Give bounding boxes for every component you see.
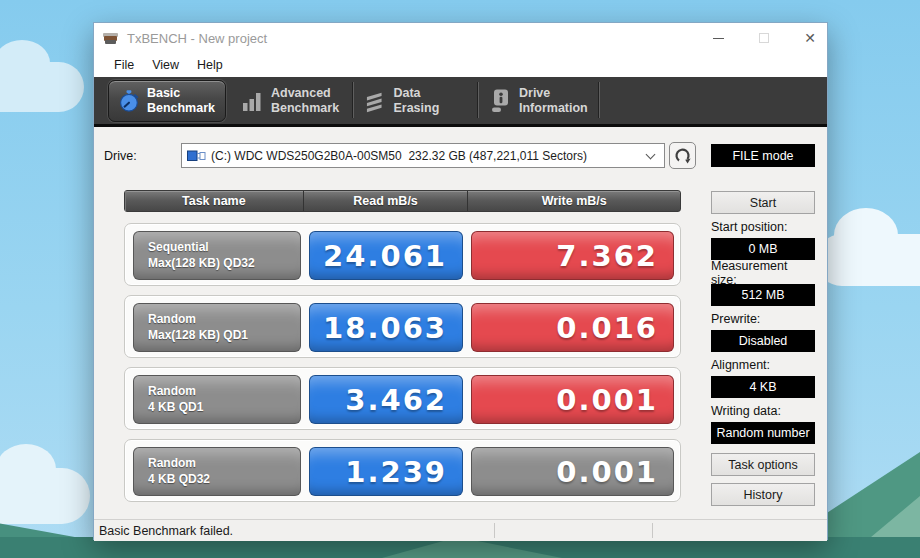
alignment-field[interactable]: 4 KB <box>711 376 815 398</box>
write-value: 7.362 <box>472 232 673 279</box>
task-name-line2: Max(128 KB) QD32 <box>148 256 300 272</box>
status-message: Basic Benchmark failed. <box>99 524 233 538</box>
write-result-cell: 0.001 <box>471 447 674 496</box>
measurement-size-field[interactable]: 512 MB <box>711 284 815 306</box>
refresh-drives-button[interactable] <box>669 142 696 169</box>
task-options-button[interactable]: Task options <box>711 453 815 476</box>
column-header-write: Write mB/s <box>468 191 680 211</box>
write-result-cell: 0.016 <box>471 303 674 352</box>
close-icon: ✕ <box>804 31 816 45</box>
tab-label-line1: Drive <box>519 86 588 101</box>
task-name-line1: Random <box>148 384 300 400</box>
tab-advanced-benchmark[interactable]: Advanced Benchmark <box>231 77 353 124</box>
tab-label-line1: Advanced <box>271 86 339 101</box>
bar-chart-icon <box>241 89 263 113</box>
stopwatch-icon <box>119 87 139 116</box>
close-button[interactable]: ✕ <box>799 27 821 49</box>
menu-file[interactable]: File <box>105 55 143 75</box>
read-result-cell: 3.462 <box>309 375 463 424</box>
task-name-line2: Max(128 KB) QD1 <box>148 328 300 344</box>
task-button[interactable]: Random 4 KB QD1 <box>133 375 301 424</box>
table-row: Random 4 KB QD1 3.462 0.001 <box>124 367 681 430</box>
tab-band: Basic Benchmark Advanced Benchmark <box>94 77 827 127</box>
tab-label-line2: Information <box>519 101 588 116</box>
write-value: 0.016 <box>472 304 673 351</box>
task-name-line2: 4 KB QD1 <box>148 400 300 416</box>
task-name-line2: 4 KB QD32 <box>148 472 300 488</box>
menu-help[interactable]: Help <box>188 55 232 75</box>
title-bar[interactable]: TxBENCH - New project ✕ <box>94 23 827 53</box>
tab-separator <box>599 82 600 118</box>
drive-info-icon <box>489 88 511 114</box>
writing-data-field[interactable]: Random number <box>711 422 815 444</box>
menu-bar: File View Help <box>94 53 827 77</box>
cloud <box>816 234 920 286</box>
cloud <box>0 62 84 112</box>
status-bar: Basic Benchmark failed. <box>94 519 827 541</box>
maximize-button[interactable] <box>753 27 775 49</box>
chevron-down-icon <box>646 149 656 159</box>
minimize-icon <box>713 38 724 39</box>
window-title: TxBENCH - New project <box>127 31 267 46</box>
prewrite-label: Prewrite: <box>711 311 815 327</box>
erase-squiggle-icon <box>364 89 385 113</box>
read-result-cell: 24.061 <box>309 231 463 280</box>
tab-label-line1: Basic <box>147 86 215 101</box>
table-row: Sequential Max(128 KB) QD32 24.061 7.362 <box>124 223 681 286</box>
client-area: Drive: (C:) WDC WDS250G2B0A-00SM50 232.3… <box>94 127 827 519</box>
table-row: Random 4 KB QD32 1.239 0.001 <box>124 439 681 502</box>
tab-data-erasing[interactable]: Data Erasing <box>354 77 478 124</box>
task-button[interactable]: Sequential Max(128 KB) QD32 <box>133 231 301 280</box>
task-button[interactable]: Random Max(128 KB) QD1 <box>133 303 301 352</box>
read-value: 24.061 <box>310 232 462 279</box>
file-mode-button[interactable]: FILE mode <box>711 144 815 167</box>
start-button[interactable]: Start <box>711 191 815 214</box>
history-button[interactable]: History <box>711 483 815 506</box>
alignment-label: Alignment: <box>711 357 815 373</box>
drive-icon <box>187 149 206 163</box>
drive-select-value: (C:) WDC WDS250G2B0A-00SM50 232.32 GB (4… <box>211 149 643 163</box>
column-header-task: Task name <box>125 191 304 211</box>
write-value: 0.001 <box>472 448 673 495</box>
app-icon <box>102 30 120 46</box>
drive-label: Drive: <box>104 149 137 163</box>
tab-drive-information[interactable]: Drive Information <box>479 77 599 124</box>
drive-select[interactable]: (C:) WDC WDS250G2B0A-00SM50 232.32 GB (4… <box>181 143 665 168</box>
app-window: TxBENCH - New project ✕ File View Help B… <box>93 22 828 540</box>
start-position-field[interactable]: 0 MB <box>711 238 815 260</box>
status-separator <box>652 523 653 538</box>
tab-basic-benchmark[interactable]: Basic Benchmark <box>108 80 226 122</box>
read-value: 3.462 <box>310 376 462 423</box>
refresh-icon <box>674 147 692 165</box>
menu-view[interactable]: View <box>143 55 188 75</box>
write-result-cell: 0.001 <box>471 375 674 424</box>
column-header-read: Read mB/s <box>304 191 469 211</box>
measurement-size-label: Measurement size: <box>711 265 815 281</box>
read-result-cell: 1.239 <box>309 447 463 496</box>
tab-label-line2: Benchmark <box>147 101 215 116</box>
table-header: Task name Read mB/s Write mB/s <box>124 190 681 212</box>
task-name-line1: Random <box>148 312 300 328</box>
minimize-button[interactable] <box>707 27 729 49</box>
start-position-label: Start position: <box>711 219 815 235</box>
write-result-cell: 7.362 <box>471 231 674 280</box>
writing-data-label: Writing data: <box>711 403 815 419</box>
tab-label-line2: Benchmark <box>271 101 339 116</box>
read-value: 18.063 <box>310 304 462 351</box>
status-separator <box>494 523 495 538</box>
task-button[interactable]: Random 4 KB QD32 <box>133 447 301 496</box>
prewrite-field[interactable]: Disabled <box>711 330 815 352</box>
read-result-cell: 18.063 <box>309 303 463 352</box>
task-name-line1: Random <box>148 456 300 472</box>
read-value: 1.239 <box>310 448 462 495</box>
maximize-icon <box>759 33 769 43</box>
write-value: 0.001 <box>472 376 673 423</box>
task-name-line1: Sequential <box>148 240 300 256</box>
tab-label-line1: Data Erasing <box>393 86 468 116</box>
side-panel: Start Start position: 0 MB Measurement s… <box>711 191 815 506</box>
table-row: Random Max(128 KB) QD1 18.063 0.016 <box>124 295 681 358</box>
cloud <box>0 468 90 524</box>
benchmark-table: Task name Read mB/s Write mB/s Sequentia… <box>124 190 681 502</box>
